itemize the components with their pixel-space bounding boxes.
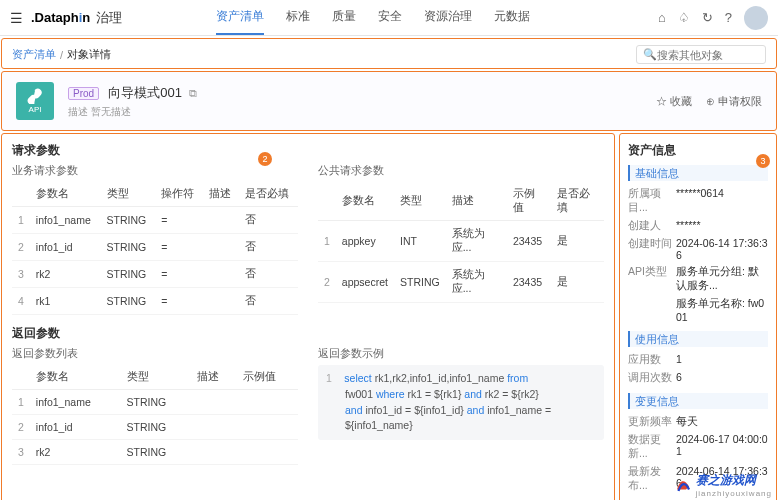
search-box[interactable]: 🔍 bbox=[636, 45, 766, 64]
table-row: 1info1_nameSTRING=否 bbox=[12, 207, 298, 234]
breadcrumb-root[interactable]: 资产清单 bbox=[12, 47, 56, 62]
usage-info-header: 使用信息 bbox=[628, 331, 768, 347]
table-row: 3rk2STRING=否 bbox=[12, 261, 298, 288]
pub-params-title: 公共请求参数 bbox=[318, 163, 604, 178]
request-params-title: 请求参数 bbox=[12, 142, 604, 159]
copy-icon[interactable]: ⧉ bbox=[189, 87, 197, 99]
avatar[interactable] bbox=[744, 6, 768, 30]
breadcrumb-current: 对象详情 bbox=[67, 47, 111, 62]
return-sample-title: 返回参数示例 bbox=[318, 346, 604, 361]
asset-hero: API Prod 向导模式001 ⧉ 描述 暂无描述 ☆ 收藏 ⊕ 申请权限 bbox=[1, 71, 777, 131]
nav-standard[interactable]: 标准 bbox=[286, 0, 310, 35]
table-row: 3rk2STRING bbox=[12, 440, 298, 465]
link-icon bbox=[27, 88, 43, 104]
callout-3: 3 bbox=[756, 154, 770, 168]
return-list-title: 返回参数列表 bbox=[12, 346, 298, 361]
favorite-button[interactable]: ☆ 收藏 bbox=[656, 94, 692, 109]
desc-value: 暂无描述 bbox=[91, 106, 131, 117]
nav-security[interactable]: 安全 bbox=[378, 0, 402, 35]
logo: .Dataphin bbox=[31, 10, 90, 25]
callout-2: 2 bbox=[258, 152, 272, 166]
asset-info-panel: 3 资产信息 基础信息 所属项目...******0614 创建人****** … bbox=[619, 133, 777, 500]
menu-icon[interactable]: ☰ bbox=[10, 10, 23, 26]
asset-info-title: 资产信息 bbox=[628, 142, 768, 159]
bell-icon[interactable]: ♤ bbox=[678, 10, 690, 25]
change-info-header: 变更信息 bbox=[628, 393, 768, 409]
sql-sample: 1 select rk1,rk2,info1_id,info1_name fro… bbox=[318, 365, 604, 440]
basic-info-header: 基础信息 bbox=[628, 165, 768, 181]
table-row: 2info1_idSTRING=否 bbox=[12, 234, 298, 261]
top-nav: 资产清单 标准 质量 安全 资源治理 元数据 bbox=[216, 0, 530, 35]
asset-name: 向导模式001 bbox=[108, 85, 182, 100]
home-icon[interactable]: ⌂ bbox=[658, 10, 666, 25]
return-params-table: 参数名类型描述示例值 1info1_nameSTRING 2info1_idST… bbox=[12, 365, 298, 465]
table-row: 1info1_nameSTRING bbox=[12, 390, 298, 415]
help-icon[interactable]: ? bbox=[725, 10, 732, 25]
table-row: 2info1_idSTRING bbox=[12, 415, 298, 440]
request-permission-button[interactable]: ⊕ 申请权限 bbox=[706, 94, 762, 109]
search-input[interactable] bbox=[657, 49, 757, 61]
pub-params-table: 参数名类型描述示例值是否必填 1appkeyINT系统为应...23435是 2… bbox=[318, 182, 604, 303]
nav-metadata[interactable]: 元数据 bbox=[494, 0, 530, 35]
return-params-title: 返回参数 bbox=[12, 325, 604, 342]
product-name: 治理 bbox=[96, 9, 122, 27]
search-icon: 🔍 bbox=[643, 48, 657, 61]
env-tag: Prod bbox=[68, 87, 99, 100]
biz-params-title: 业务请求参数 bbox=[12, 163, 298, 178]
api-tile: API bbox=[16, 82, 54, 120]
table-row: 4rk1STRING=否 bbox=[12, 288, 298, 315]
nav-quality[interactable]: 质量 bbox=[332, 0, 356, 35]
nav-asset-list[interactable]: 资产清单 bbox=[216, 0, 264, 35]
watermark: 赛之游戏网jianzhiyouxiwang bbox=[674, 472, 772, 498]
table-row: 1appkeyINT系统为应...23435是 bbox=[318, 221, 604, 262]
desc-label: 描述 bbox=[68, 106, 88, 117]
refresh-icon[interactable]: ↻ bbox=[702, 10, 713, 25]
table-row: 2appsecretSTRING系统为应...23435是 bbox=[318, 262, 604, 303]
biz-params-table: 参数名类型操作符描述是否必填 1info1_nameSTRING=否 2info… bbox=[12, 182, 298, 315]
params-panel: 2 请求参数 业务请求参数 参数名类型操作符描述是否必填 1info1_name… bbox=[1, 133, 615, 500]
api-label: API bbox=[29, 105, 42, 114]
nav-resource[interactable]: 资源治理 bbox=[424, 0, 472, 35]
watermark-icon bbox=[674, 476, 692, 494]
breadcrumb-sep: / bbox=[60, 49, 63, 61]
